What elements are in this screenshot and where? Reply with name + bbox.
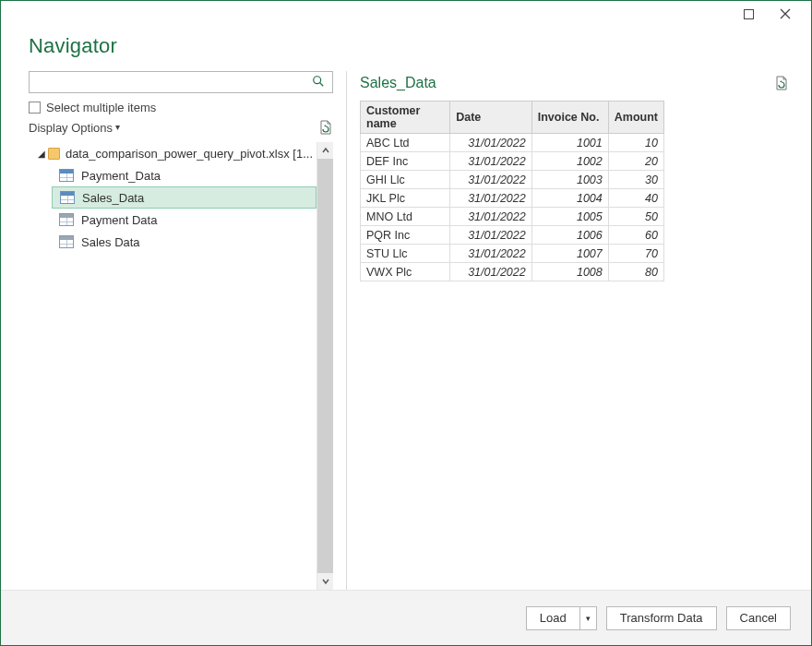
scroll-thumb[interactable] (317, 159, 333, 573)
cell: 80 (608, 263, 663, 281)
load-button-label[interactable]: Load (527, 607, 579, 629)
column-header[interactable]: Amount (608, 102, 663, 134)
cell: 31/01/2022 (450, 152, 532, 171)
cell: 31/01/2022 (450, 171, 532, 189)
cell: MNO Ltd (361, 208, 450, 226)
cell: 40 (608, 189, 663, 208)
cell: 1008 (531, 263, 608, 281)
search-icon[interactable] (308, 75, 328, 90)
cell: ABC Ltd (361, 134, 450, 152)
display-options-label: Display Options (29, 121, 113, 135)
collapse-icon[interactable]: ◢ (37, 149, 46, 159)
tree-file-node[interactable]: ◢ data_comparison_power_query_pivot.xlsx… (33, 142, 316, 164)
cell: 10 (608, 134, 663, 152)
dialog-title: Navigator (29, 34, 783, 58)
nav-tree: ◢ data_comparison_power_query_pivot.xlsx… (33, 142, 316, 590)
column-header[interactable]: Date (450, 102, 532, 134)
search-input[interactable] (35, 73, 308, 91)
cell: 31/01/2022 (450, 208, 532, 226)
load-button[interactable]: Load ▾ (526, 606, 597, 630)
cell: 31/01/2022 (450, 189, 532, 208)
titlebar (1, 1, 811, 27)
cell: 60 (608, 226, 663, 245)
scroll-down-arrow[interactable] (317, 573, 333, 590)
cell: GHI Llc (361, 171, 450, 189)
cell: 1006 (531, 226, 608, 245)
folder-icon (48, 148, 60, 160)
table-row[interactable]: JKL Plc31/01/2022100440 (361, 189, 664, 208)
maximize-button[interactable] (730, 1, 767, 27)
left-panel: Select multiple items Display Options ▾ … (29, 71, 333, 590)
cell: 1005 (531, 208, 608, 226)
svg-line-4 (320, 82, 324, 86)
svg-rect-0 (744, 9, 753, 18)
cell: VWX Plc (361, 263, 450, 281)
cell: JKL Plc (361, 189, 450, 208)
transform-data-button[interactable]: Transform Data (606, 606, 717, 630)
table-row[interactable]: MNO Ltd31/01/2022100550 (361, 208, 664, 226)
cell: PQR Inc (361, 226, 450, 245)
cell: 1004 (531, 189, 608, 208)
worksheet-icon (59, 213, 74, 226)
dialog-header: Navigator (1, 27, 811, 71)
panel-divider (346, 71, 347, 590)
cell: 31/01/2022 (450, 263, 532, 281)
select-multiple-row[interactable]: Select multiple items (29, 101, 333, 114)
tree-item[interactable]: Sales Data (52, 231, 316, 253)
cell: 1007 (531, 245, 608, 263)
worksheet-icon (59, 235, 74, 248)
tree-item-label: Payment Data (81, 213, 157, 227)
preview-table: Customer nameDateInvoice No.Amount ABC L… (360, 101, 664, 281)
search-box[interactable] (29, 71, 333, 93)
cell: 50 (608, 208, 663, 226)
cell: 70 (608, 245, 663, 263)
refresh-tree-icon[interactable] (318, 120, 333, 135)
select-multiple-label: Select multiple items (46, 101, 156, 114)
cell: 30 (608, 171, 663, 189)
load-dropdown-icon[interactable]: ▾ (579, 607, 596, 629)
tree-item-label: Payment_Data (81, 169, 161, 183)
cell: 20 (608, 152, 663, 171)
cell: STU Llc (361, 245, 450, 263)
table-row[interactable]: ABC Ltd31/01/2022100110 (361, 134, 664, 152)
display-options-row[interactable]: Display Options ▾ (29, 120, 333, 135)
tree-file-label: data_comparison_power_query_pivot.xlsx [… (66, 147, 313, 161)
column-header[interactable]: Invoice No. (531, 102, 608, 134)
select-multiple-checkbox[interactable] (29, 102, 41, 114)
table-row[interactable]: DEF Inc31/01/2022100220 (361, 152, 664, 171)
table-row[interactable]: STU Llc31/01/2022100770 (361, 245, 664, 263)
column-header[interactable]: Customer name (361, 102, 450, 134)
table-icon (59, 169, 74, 182)
svg-point-3 (314, 76, 321, 83)
chevron-down-icon: ▾ (115, 122, 120, 132)
cell: 31/01/2022 (450, 134, 532, 152)
cell: DEF Inc (361, 152, 450, 171)
dialog-footer: Load ▾ Transform Data Cancel (1, 590, 811, 645)
tree-item[interactable]: Payment_Data (52, 164, 316, 186)
cancel-button[interactable]: Cancel (726, 606, 791, 630)
navigator-dialog: Navigator Select multiple items Display … (0, 0, 812, 646)
tree-item-label: Sales Data (81, 235, 140, 249)
table-icon (60, 191, 75, 204)
cell: 31/01/2022 (450, 245, 532, 263)
tree-scrollbar[interactable] (316, 142, 333, 590)
cell: 1002 (531, 152, 608, 171)
preview-title: Sales_Data (360, 75, 436, 91)
tree-item[interactable]: Payment Data (52, 209, 316, 231)
scroll-track[interactable] (317, 159, 333, 573)
tree-item-label: Sales_Data (82, 191, 144, 205)
table-row[interactable]: VWX Plc31/01/2022100880 (361, 263, 664, 281)
close-button[interactable] (767, 1, 804, 27)
preview-panel: Sales_Data Customer nameDateInvoice No.A… (360, 71, 802, 590)
cell: 1003 (531, 171, 608, 189)
cell: 1001 (531, 134, 608, 152)
refresh-preview-icon[interactable] (774, 76, 789, 90)
tree-item[interactable]: Sales_Data (52, 186, 316, 209)
table-row[interactable]: GHI Llc31/01/2022100330 (361, 171, 664, 189)
cell: 31/01/2022 (450, 226, 532, 245)
table-row[interactable]: PQR Inc31/01/2022100660 (361, 226, 664, 245)
scroll-up-arrow[interactable] (317, 142, 333, 159)
